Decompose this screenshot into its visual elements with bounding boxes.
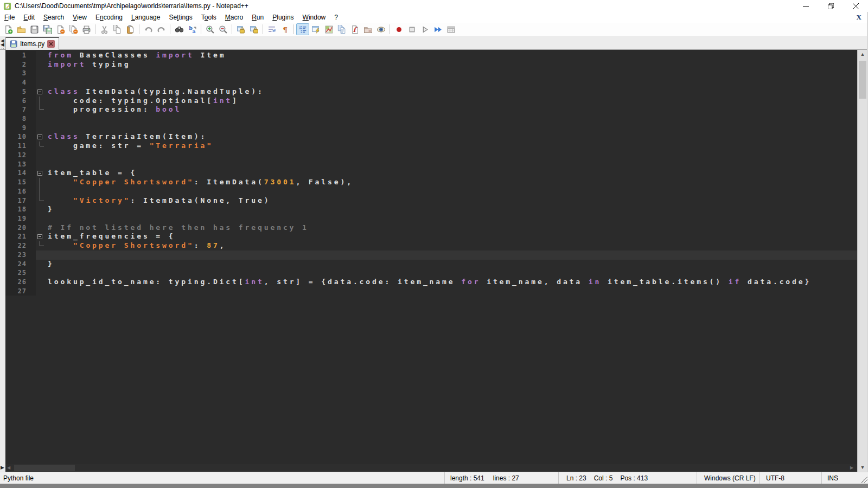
menu-window[interactable]: Window	[298, 12, 330, 22]
fold-marker-start[interactable]	[36, 87, 46, 97]
function-list-button[interactable]: f	[348, 23, 361, 35]
macro-record-button[interactable]	[392, 23, 405, 35]
status-encoding[interactable]: UTF-8	[760, 472, 822, 484]
menu-search[interactable]: Search	[39, 12, 68, 22]
minimize-button[interactable]	[793, 0, 818, 12]
replace-button[interactable]: ba	[186, 23, 199, 35]
menu-macro[interactable]: Macro	[221, 12, 247, 22]
fold-marker-start[interactable]	[36, 132, 46, 142]
scroll-down-icon[interactable]: ▼	[858, 463, 867, 472]
status-eol-format[interactable]: Windows (CR LF)	[697, 472, 760, 484]
tab-close-button[interactable]	[47, 40, 55, 48]
editor-line-27[interactable]: 27	[5, 287, 857, 296]
function-completion-button[interactable]	[309, 23, 322, 35]
editor-line-16[interactable]: 16	[5, 187, 857, 196]
code-editor[interactable]: 1from BaseClasses import Item2import typ…	[5, 50, 857, 464]
editor-line-12[interactable]: 12	[5, 151, 857, 160]
editor-line-8[interactable]: 8	[5, 114, 857, 124]
paste-button[interactable]	[124, 23, 137, 35]
folder-as-workspace-button[interactable]	[361, 23, 374, 35]
restore-button[interactable]	[818, 0, 843, 12]
editor-line-25[interactable]: 25	[5, 268, 857, 278]
editor-line-24[interactable]: 24}	[5, 260, 857, 269]
editor-line-19[interactable]: 19	[5, 214, 857, 223]
editor-line-4[interactable]: 4	[5, 78, 857, 87]
editor-line-14[interactable]: 14item_table = {	[5, 169, 857, 178]
document-map-button[interactable]	[322, 23, 335, 35]
editor-line-2[interactable]: 2import typing	[5, 60, 857, 69]
new-file-button[interactable]: +	[2, 23, 15, 35]
editor-line-15[interactable]: 15 "Copper Shortsword": ItemData(73001, …	[5, 178, 857, 187]
close-button[interactable]	[843, 0, 868, 12]
menu-plugins[interactable]: Plugins	[268, 12, 298, 22]
save-button[interactable]	[28, 23, 41, 35]
redo-button[interactable]	[155, 23, 168, 35]
menu-language[interactable]: Language	[127, 12, 164, 22]
print-button[interactable]	[80, 23, 93, 35]
mdi-close-document-icon[interactable]: X	[857, 13, 861, 22]
cut-button[interactable]	[98, 23, 111, 35]
file-monitoring-button[interactable]	[374, 23, 387, 35]
macro-save-button[interactable]	[444, 23, 457, 35]
editor-line-10[interactable]: 10class TerrariaItem(Item):	[5, 132, 857, 142]
editor-line-20[interactable]: 20# If not listed here then has frequenc…	[5, 223, 857, 233]
fold-marker-start[interactable]	[36, 169, 46, 178]
open-folder-button[interactable]	[15, 23, 28, 35]
vertical-scrollbar-thumb[interactable]	[859, 61, 866, 99]
editor-line-26[interactable]: 26lookup_id_to_name: typing.Dict[int, st…	[5, 278, 857, 287]
word-wrap-icon	[267, 25, 277, 34]
macro-run-multiple-button[interactable]	[431, 23, 444, 35]
editor-line-18[interactable]: 18}	[5, 205, 857, 214]
indent-guide-button[interactable]	[296, 23, 309, 35]
sync-horizontal-button[interactable]	[247, 23, 260, 35]
horizontal-scrollbar-thumb[interactable]	[14, 465, 75, 471]
fold-marker-start[interactable]	[36, 232, 46, 241]
scroll-right-icon[interactable]: ▶	[850, 465, 856, 471]
menu-help[interactable]: ?	[330, 12, 342, 22]
dock-arrow-left-icon[interactable]: ◀	[1, 42, 4, 47]
macro-stop-button[interactable]	[405, 23, 418, 35]
menu-run[interactable]: Run	[247, 12, 268, 22]
editor-line-1[interactable]: 1from BaseClasses import Item	[5, 51, 857, 60]
save-all-button[interactable]	[41, 23, 54, 35]
editor-line-23[interactable]: 23	[5, 251, 857, 260]
show-all-characters-button[interactable]: ¶	[278, 23, 291, 35]
menu-settings[interactable]: Settings	[164, 12, 196, 22]
editor-line-11[interactable]: 11 game: str = "Terraria"	[5, 142, 857, 151]
status-insert-mode[interactable]: INS	[822, 472, 868, 484]
word-wrap-button[interactable]	[265, 23, 278, 35]
zoom-in-button[interactable]	[203, 23, 216, 35]
zoom-out-button[interactable]	[216, 23, 229, 35]
tab-items-py[interactable]: Items.py	[5, 37, 59, 50]
resize-grip[interactable]	[860, 476, 867, 483]
close-doc-button[interactable]: −	[54, 23, 67, 35]
editor-line-21[interactable]: 21item_frequencies = {	[5, 232, 857, 241]
editor-line-6[interactable]: 6 code: typing.Optional[int]	[5, 97, 857, 106]
editor-line-22[interactable]: 22 "Copper Shortsword": 87,	[5, 241, 857, 251]
editor-line-9[interactable]: 9	[5, 124, 857, 133]
menu-edit[interactable]: Edit	[19, 12, 39, 22]
find-button[interactable]	[173, 23, 186, 35]
editor-line-5[interactable]: 5class ItemData(typing.NamedTuple):	[5, 87, 857, 97]
menu-encoding[interactable]: Encoding	[91, 12, 127, 22]
document-list-button[interactable]	[335, 23, 348, 35]
undo-button[interactable]	[142, 23, 155, 35]
editor-line-7[interactable]: 7 progression: bool	[5, 105, 857, 114]
vertical-scrollbar[interactable]: ▲ ▼	[857, 50, 867, 472]
scroll-left-icon[interactable]: ◀	[7, 465, 12, 471]
menu-view[interactable]: View	[68, 12, 91, 22]
fold-margin	[36, 268, 46, 278]
editor-line-13[interactable]: 13	[5, 160, 857, 169]
horizontal-scrollbar[interactable]: ◀ ▶	[5, 464, 857, 472]
copy-button[interactable]	[111, 23, 124, 35]
menu-file[interactable]: File	[0, 12, 19, 22]
scroll-up-icon[interactable]: ▲	[858, 50, 867, 59]
sync-vertical-button[interactable]	[234, 23, 247, 35]
editor-line-3[interactable]: 3	[5, 69, 857, 78]
macro-play-button[interactable]	[418, 23, 431, 35]
editor-line-17[interactable]: 17 "Victory": ItemData(None, True)	[5, 196, 857, 206]
menu-tools[interactable]: Tools	[197, 12, 221, 22]
dock-arrow-right-icon[interactable]: ▶	[1, 465, 4, 470]
close-all-docs-button[interactable]: −	[67, 23, 80, 35]
notepad-plus-plus-window: C:\Users\Dood\Documents\tmp\Archipelago\…	[0, 0, 868, 488]
